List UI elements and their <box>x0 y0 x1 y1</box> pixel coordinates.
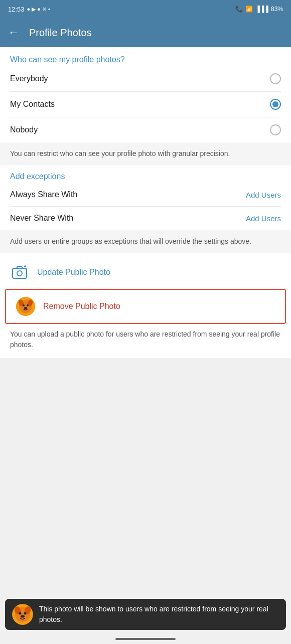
header: ← Profile Photos <box>0 18 291 47</box>
exceptions-info: Add users or entire groups as exceptions… <box>0 230 291 253</box>
status-battery: 83% <box>271 6 283 13</box>
svg-point-15 <box>19 612 22 615</box>
visibility-section-title: Who can see my profile photos? <box>10 55 281 64</box>
grey-background <box>0 358 291 468</box>
status-bar: 12:53 ● ▶ ● ✕ • 📞 📶 ▐▐▐ 83% <box>0 0 291 18</box>
svg-point-16 <box>24 612 27 615</box>
always-share-label: Always Share With <box>10 190 77 199</box>
never-share-item: Never Share With Add Users <box>10 207 281 230</box>
back-button[interactable]: ← <box>8 26 19 39</box>
exceptions-section-title: Add exceptions <box>10 172 281 181</box>
remove-photo-button[interactable]: Remove Public Photo <box>6 290 285 323</box>
never-share-add-users-button[interactable]: Add Users <box>246 214 281 223</box>
always-share-item: Always Share With Add Users <box>10 183 281 207</box>
status-wifi-icon: 📶 <box>245 6 253 13</box>
remove-photo-label: Remove Public Photo <box>43 302 120 311</box>
visibility-info: You can restrict who can see your profil… <box>0 142 291 165</box>
photo-actions-section: Update Public Photo <box>0 253 291 327</box>
home-indicator <box>115 638 176 640</box>
always-share-add-users-button[interactable]: Add Users <box>246 191 281 199</box>
svg-point-9 <box>27 304 29 306</box>
status-left: 12:53 ● ▶ ● ✕ • <box>8 6 50 13</box>
option-my-contacts-label: My Contacts <box>10 100 55 109</box>
update-photo-label: Update Public Photo <box>37 268 110 277</box>
update-photo-button[interactable]: Update Public Photo <box>0 256 291 289</box>
dog-avatar-icon <box>16 297 35 316</box>
page-title: Profile Photos <box>29 27 92 39</box>
status-icons: ● ▶ ● ✕ • <box>27 6 50 13</box>
option-nobody-label: Nobody <box>10 125 38 134</box>
remove-photo-highlighted-box: Remove Public Photo <box>5 289 286 324</box>
camera-add-icon <box>10 263 29 282</box>
toast-text: This photo will be shown to users who ar… <box>39 604 279 625</box>
option-my-contacts-radio[interactable] <box>270 99 281 110</box>
svg-point-1 <box>17 271 22 276</box>
svg-rect-0 <box>13 268 27 278</box>
status-signal-icon: ▐▐▐ <box>255 6 268 13</box>
never-share-label: Never Share With <box>10 214 73 223</box>
status-call-icon: 📞 <box>235 6 243 13</box>
option-everybody-label: Everybody <box>10 74 48 83</box>
exceptions-section: Add exceptions Always Share With Add Use… <box>0 165 291 230</box>
svg-point-10 <box>24 307 27 309</box>
status-right: 📞 📶 ▐▐▐ 83% <box>235 6 283 13</box>
photo-description: You can upload a public photo for users … <box>0 327 291 358</box>
toast-notification: This photo will be shown to users who ar… <box>5 599 286 630</box>
option-my-contacts[interactable]: My Contacts <box>10 92 281 117</box>
toast-avatar <box>12 604 33 625</box>
option-everybody-radio[interactable] <box>270 73 281 84</box>
option-nobody-radio[interactable] <box>270 124 281 135</box>
svg-point-17 <box>21 615 25 618</box>
option-nobody[interactable]: Nobody <box>10 117 281 142</box>
option-everybody[interactable]: Everybody <box>10 66 281 92</box>
svg-point-8 <box>23 304 25 306</box>
remove-photo-avatar <box>16 297 35 316</box>
visibility-section: Who can see my profile photos? Everybody… <box>0 47 291 142</box>
status-time: 12:53 <box>8 6 25 13</box>
